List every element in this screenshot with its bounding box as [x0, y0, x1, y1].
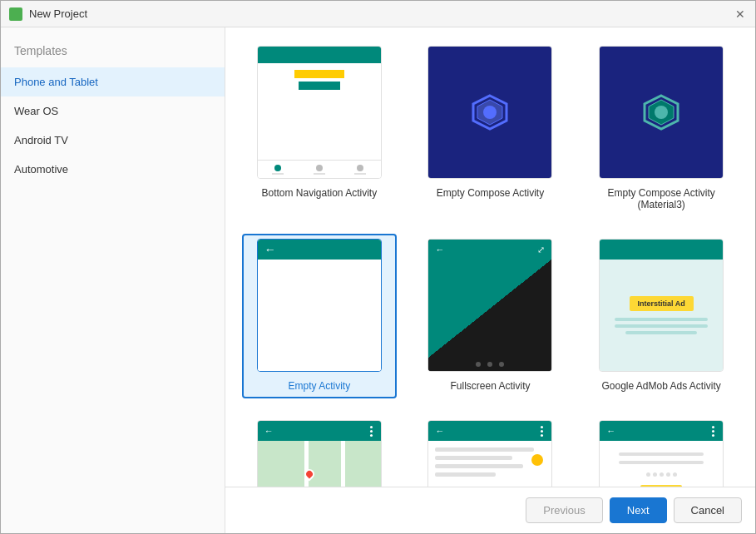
card-preview-login: ←: [599, 420, 724, 487]
svg-point-2: [483, 106, 497, 119]
template-grid: Bottom Navigation Activity Empty: [225, 27, 755, 487]
new-project-window: New Project ✕ Templates Phone and Tablet…: [0, 0, 756, 534]
compose-logo: [469, 91, 511, 133]
card-preview-empty-activity: ←: [257, 239, 382, 372]
card-preview-pay: ←: [427, 420, 552, 487]
template-card-fullscreen[interactable]: ← ⤢ Ful: [413, 234, 568, 398]
card-preview-maps: ←: [257, 420, 382, 487]
template-card-empty-activity[interactable]: ← Empty Activity: [242, 234, 397, 398]
compose-m3-logo: [640, 91, 682, 133]
content-area: Templates Phone and Tablet Wear OS Andro…: [1, 27, 755, 533]
bottom-bar: Previous Next Cancel: [225, 487, 755, 533]
card-label-bottom-nav: Bottom Navigation Activity: [258, 185, 380, 200]
close-button[interactable]: ✕: [734, 7, 747, 21]
template-card-empty-compose-m3[interactable]: Empty Compose Activity (Material3): [584, 41, 739, 217]
main-content: Bottom Navigation Activity Empty: [225, 27, 755, 533]
preview-empty-header: ←: [258, 240, 381, 260]
svg-point-5: [655, 106, 668, 119]
sidebar-item-automotive[interactable]: Automotive: [1, 155, 225, 184]
template-card-bottom-nav[interactable]: Bottom Navigation Activity: [242, 41, 397, 217]
sidebar-item-phone-tablet[interactable]: Phone and Tablet: [1, 67, 225, 96]
title-bar: New Project ✕: [1, 1, 755, 27]
template-card-admob[interactable]: Interstitial Ad Google AdMob Ads Activit…: [584, 234, 739, 398]
preview-pay: ←: [428, 421, 551, 487]
card-label-fullscreen: Fullscreen Activity: [447, 378, 533, 393]
card-preview-fullscreen: ← ⤢: [427, 239, 552, 372]
card-label-empty-compose: Empty Compose Activity: [433, 185, 547, 200]
card-preview-bottom-nav: [257, 46, 382, 179]
sidebar: Templates Phone and Tablet Wear OS Andro…: [1, 27, 225, 533]
back-arrow-icon: ←: [264, 243, 276, 256]
sidebar-item-android-tv[interactable]: Android TV: [1, 126, 225, 155]
card-preview-empty-compose: [427, 46, 552, 179]
android-studio-icon: [9, 7, 22, 21]
window-title: New Project: [29, 7, 87, 20]
previous-button[interactable]: Previous: [526, 497, 603, 523]
template-card-maps[interactable]: ←: [242, 415, 397, 487]
cancel-button[interactable]: Cancel: [674, 497, 742, 523]
template-card-login[interactable]: ←: [584, 415, 739, 487]
preview-empty-body: [258, 260, 381, 371]
preview-login: ←: [600, 421, 723, 487]
card-label-admob: Google AdMob Ads Activity: [598, 378, 724, 393]
preview-empty-compose-m3: [600, 47, 723, 178]
preview-bottom-nav: [258, 47, 381, 178]
preview-fullscreen: ← ⤢: [428, 240, 551, 371]
sidebar-item-wear-os[interactable]: Wear OS: [1, 96, 225, 126]
card-preview-admob: Interstitial Ad: [599, 239, 724, 372]
preview-empty-compose: [428, 47, 551, 178]
preview-admob: Interstitial Ad: [600, 240, 723, 371]
title-bar-left: New Project: [9, 7, 87, 21]
template-card-pay[interactable]: ←: [413, 415, 568, 487]
preview-empty: ←: [258, 240, 381, 371]
card-preview-empty-compose-m3: [599, 46, 724, 179]
card-label-empty-compose-m3: Empty Compose Activity (Material3): [589, 185, 734, 212]
sidebar-header: Templates: [1, 34, 225, 67]
card-label-empty-activity: Empty Activity: [284, 378, 353, 393]
preview-maps: ←: [258, 421, 381, 487]
template-card-empty-compose[interactable]: Empty Compose Activity: [413, 41, 568, 217]
next-button[interactable]: Next: [610, 497, 667, 523]
